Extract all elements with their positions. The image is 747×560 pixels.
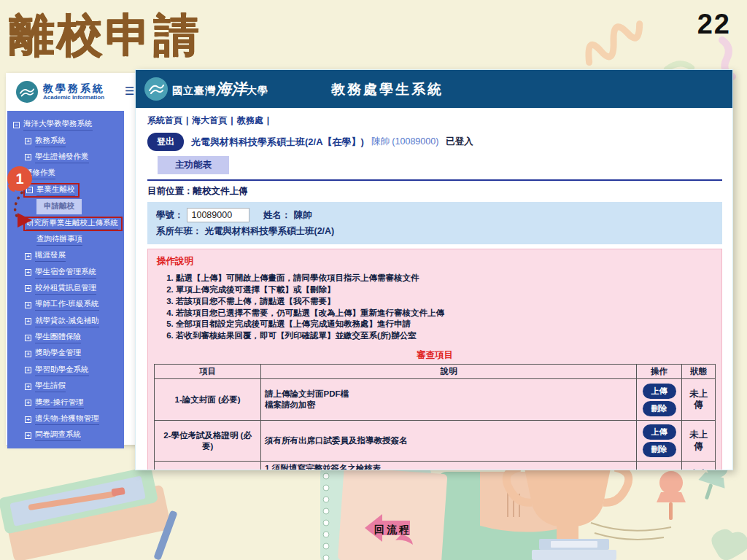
sidebar-item-label: 學生團體保險 [35,332,81,343]
delete-button[interactable]: 刪除 [643,442,676,457]
column-header: 操作 [637,365,682,379]
item-cell: 3-論文原創性比對檢核表及報告 (必要) [155,462,261,470]
collapse-icon[interactable]: − [13,122,20,128]
program-label: 光電與材料科技學系碩士班(2/A【在學】) [191,136,364,149]
expand-icon[interactable]: + [25,432,31,439]
sidebar-item[interactable]: +學生團體保險 [7,330,124,346]
logout-button[interactable]: 登出 [147,133,184,151]
menu-icon[interactable]: ☰ [125,85,134,98]
expand-icon[interactable]: + [25,154,31,160]
sidebar-logo-title: 教學務系統 [43,83,105,94]
top-nav: 系統首頁|海大首頁|教務處| [147,112,722,131]
student-id-label: 學號： [156,210,184,220]
sidebar-item-label: 查詢待辦事項 [36,234,82,246]
delete-button[interactable]: 刪除 [643,401,676,416]
sidebar-item[interactable]: +學生證補發作業 [7,149,124,166]
student-name-value: 陳帥 [293,210,311,220]
sidebar-item[interactable]: +職涯發展 [7,248,124,264]
pencil-case-illustration [0,463,187,560]
nav-link[interactable]: 系統首頁 [147,115,182,125]
instructions-list: 點選【上傳】可開啟上傳畫面，請同學依項目指示上傳需審核文件單項上傳完成後可選擇【… [176,273,716,342]
expand-icon[interactable]: + [25,400,31,406]
instruction-step: 點選【上傳】可開啟上傳畫面，請同學依項目指示上傳需審核文件 [176,273,716,284]
table-row: 3-論文原創性比對檢核表及報告 (必要)1.須附填寫完整並簽名之檢核表2.須附原… [155,462,716,470]
sidebar-item[interactable]: −海洋大學教學務系統 [7,117,124,133]
instruction-step: 若收到審核結果回覆，即可【列印確認單】並繳交至系(所)辦公室 [176,330,716,342]
instruction-step: 若該項目您不需上傳，請點選【我不需要】 [176,296,716,308]
slide: 離校申請 22 教學務系統 Academic Information −海洋大學… [0,0,747,560]
upload-button[interactable]: 上傳 [643,424,676,440]
content-area: 系統首頁|海大首頁|教務處| 登出 光電與材料科技學系碩士班(2/A【在學】) … [136,108,732,470]
sidebar-item[interactable]: +學習助學金系統 [7,362,124,378]
sidebar-item-label: 獎懲-操行管理 [35,397,84,409]
expand-icon[interactable]: + [25,367,31,373]
expand-icon[interactable]: + [25,253,31,260]
table-row: 1-論文封面 (必要)請上傳論文封面PDF檔檔案請勿加密上傳刪除未上傳 [155,379,716,421]
sidebar-item-label: 教務系統 [35,136,66,147]
university-logo-icon [144,77,168,101]
nav-link[interactable]: 教務處 [237,115,263,125]
instructions-panel: 操作說明 點選【上傳】可開啟上傳畫面，請同學依項目指示上傳需審核文件單項上傳完成… [147,249,722,470]
sidebar-logo-subtitle: Academic Information [43,94,105,101]
system-title: 教務處學生系統 [331,80,444,99]
sidebar-item-label: 學習助學金系統 [35,365,89,376]
sidebar-item[interactable]: +獎懲-操行管理 [7,394,124,411]
table-body: 1-論文封面 (必要)請上傳論文封面PDF檔檔案請勿加密上傳刪除未上傳2-學位考… [155,379,716,470]
table-header-row: 項目說明操作狀態 [155,365,716,379]
back-to-flow-button[interactable]: 回流程 [363,513,422,549]
sidebar-item-label: 學生證補發作業 [35,152,89,163]
sidebar-item[interactable]: +就學貸款-減免補助 [7,314,124,330]
sidebar-item-label: 問卷調查系統 [35,429,81,441]
app-header: 國立臺灣海洋大學 教務處學生系統 [136,70,732,108]
instruction-step: 全部項目都設定完成後可點選【上傳完成通知教務處】進行申請 [176,319,716,330]
back-to-flow-label: 回流程 [374,524,411,537]
instruction-step: 若該項目您已選擇不需要，仍可點選【改為上傳】重新進行審核文件上傳 [176,308,716,319]
slide-title: 離校申請 [9,4,201,66]
upload-button[interactable]: 上傳 [643,384,676,399]
login-row: 登出 光電與材料科技學系碩士班(2/A【在學】) 陳帥 (10089000) 已… [147,131,722,152]
sidebar-item[interactable]: +校外租賃訊息管理 [7,281,124,297]
nav-link[interactable]: 海大首頁 [192,115,227,125]
actions-cell: 上傳刪除 [637,421,682,462]
expand-icon[interactable]: + [25,138,31,144]
expand-icon[interactable]: + [25,335,31,341]
expand-icon[interactable]: + [25,416,31,423]
student-id-input[interactable] [187,208,249,222]
divider [147,179,722,181]
pushpin-illustration [657,471,686,520]
column-header: 項目 [155,365,261,379]
sidebar-item-label: 校外租賃訊息管理 [35,283,96,295]
nav-separator: | [267,115,269,125]
main-menu-button[interactable]: 主功能表 [158,156,229,174]
sidebar-item[interactable]: +教務系統 [7,133,124,149]
user-label: 陳帥 (10089000) [371,136,438,148]
student-name-label: 姓名： [263,210,291,220]
sidebar-item-label: 遺失物-拾獲物管理 [35,413,99,425]
sidebar-item[interactable]: +遺失物-拾獲物管理 [7,411,124,427]
sidebar-item-label: 申請離校 [36,199,82,214]
expand-icon[interactable]: + [25,351,31,357]
sidebar-item-label: 學生宿舍管理系統 [35,267,96,279]
expand-icon[interactable]: + [25,384,31,390]
expand-icon[interactable]: + [25,302,31,308]
sidebar-item[interactable]: +導師工作-班級系統 [7,297,124,313]
sidebar-item[interactable]: +學生宿舍管理系統 [7,264,124,280]
clip-illustration [708,521,747,560]
review-items-title: 審查項目 [154,349,716,362]
status-cell: 未上傳 [681,379,715,421]
status-cell: 未上傳 [681,421,715,462]
sidebar-logo: 教學務系統 Academic Information [6,73,139,111]
sidebar-item[interactable]: +學生請假 [7,378,124,394]
table-row: 2-學位考試及格證明 (必要)須有所有出席口試委員及指導教授簽名上傳刪除未上傳 [155,421,716,462]
sidebar-item[interactable]: +獎助學金管理 [7,346,124,362]
system-window: 國立臺灣海洋大學 教務處學生系統 系統首頁|海大首頁|教務處| 登出 光電與材料… [135,69,733,470]
expand-icon[interactable]: + [25,285,31,292]
instruction-step: 單項上傳完成後可選擇【下載】或【刪除】 [176,284,716,296]
sidebar-item-label: 學生請假 [35,381,66,392]
breadcrumb: 目前位置：離校文件上傳 [147,184,722,202]
sidebar-item[interactable]: 查詢待辦事項 [7,232,124,248]
expand-icon[interactable]: + [25,318,31,324]
expand-icon[interactable]: + [25,269,31,276]
sidebar-item[interactable]: +問卷調查系統 [7,427,124,443]
university-name: 國立臺灣海洋大學 [172,79,268,99]
